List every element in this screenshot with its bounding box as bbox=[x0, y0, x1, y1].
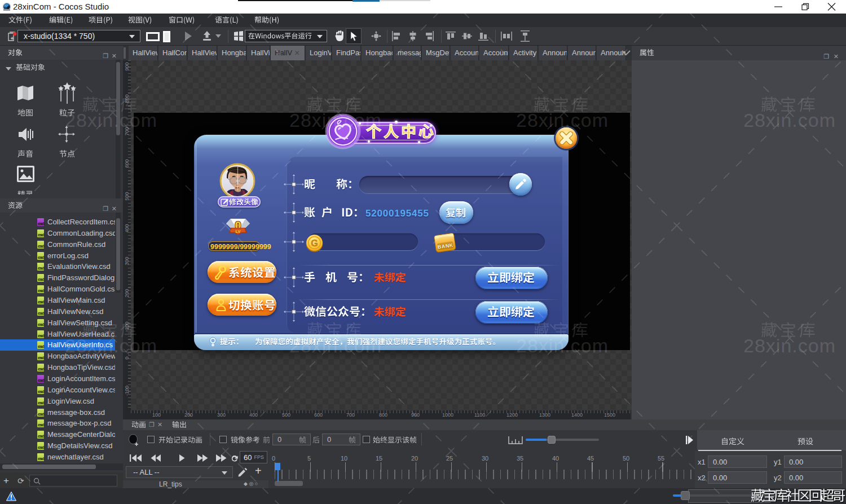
svg-text:LV: LV bbox=[235, 229, 240, 234]
svg-text:G: G bbox=[311, 238, 318, 248]
